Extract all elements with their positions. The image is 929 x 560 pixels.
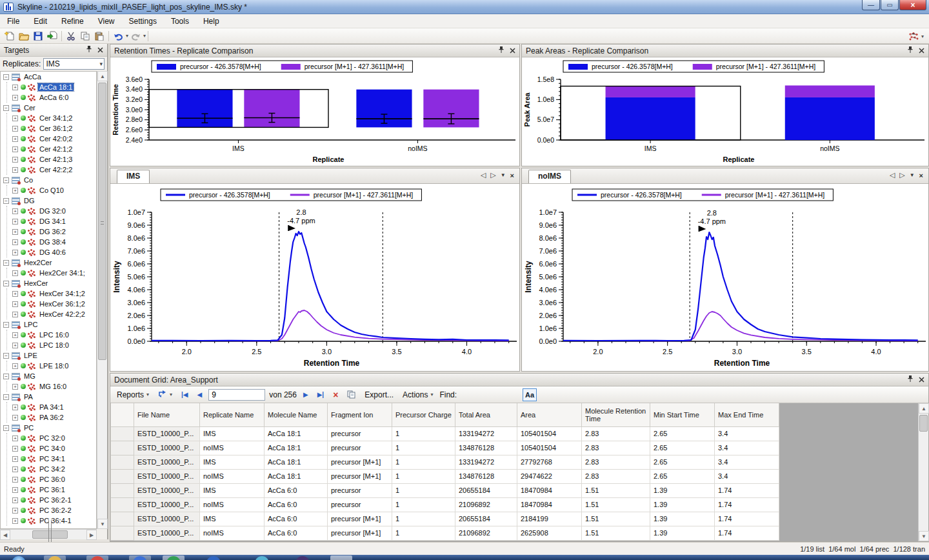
table-cell[interactable]: 1.74 <box>715 497 779 512</box>
table-cell[interactable]: 1.51 <box>582 512 650 526</box>
expand-icon[interactable]: + <box>12 188 18 194</box>
close-button[interactable]: × <box>899 0 926 10</box>
tree-item[interactable]: +DG 40:6 <box>7 247 96 257</box>
last-page-button[interactable]: ▶| <box>315 390 327 399</box>
table-cell[interactable]: 134876128 <box>455 469 517 483</box>
table-row[interactable]: ESTD_10000_P...IMSAcCa 18:1precursor [M+… <box>111 455 779 469</box>
tree-group[interactable]: −DG <box>1 195 96 206</box>
expand-icon[interactable]: + <box>12 157 18 163</box>
table-cell[interactable]: 105401504 <box>517 426 582 441</box>
tree-item[interactable]: +Cer 42:2;2 <box>7 165 96 175</box>
tree-item[interactable]: +PC 36:2-2 <box>7 505 96 515</box>
table-cell[interactable]: 27792768 <box>517 455 582 469</box>
expand-icon[interactable]: + <box>12 95 18 101</box>
expand-icon[interactable]: + <box>12 85 18 90</box>
copy-icon[interactable] <box>78 30 92 43</box>
tree-item[interactable]: +MG 16:0 <box>7 381 96 392</box>
tree-item[interactable]: +Cer 42:0;2 <box>7 134 96 144</box>
table-cell[interactable]: 2625908 <box>517 526 582 540</box>
scroll-up-icon[interactable]: ▲ <box>919 403 929 414</box>
tree-item[interactable]: +PC 36:0 <box>7 474 96 485</box>
save-icon[interactable] <box>31 30 45 43</box>
table-cell[interactable]: AcCa 6:0 <box>265 497 328 512</box>
tree-item[interactable]: +PC 34:1 <box>7 454 96 464</box>
table-cell[interactable]: 2.65 <box>650 426 715 441</box>
match-case-button[interactable]: Aa <box>523 388 537 401</box>
targets-tree[interactable]: −AcCa+AcCa 18:1+AcCa 6:0−Cer+Cer 34:1;2+… <box>0 71 97 529</box>
scroll-left-icon[interactable]: ◀ <box>0 530 10 540</box>
table-cell[interactable]: precursor [M+1] <box>328 469 392 483</box>
tree-item[interactable]: +PC 36:4-1 <box>7 515 96 526</box>
export-button[interactable]: Export... <box>362 389 396 401</box>
row-header[interactable] <box>111 512 134 526</box>
expand-icon[interactable]: + <box>12 477 18 483</box>
tree-group[interactable]: −LPC <box>1 319 96 330</box>
targets-horizontal-scrollbar[interactable]: ◀ ▶ <box>0 529 97 539</box>
collapse-icon[interactable]: − <box>3 353 9 359</box>
table-cell[interactable]: 3.4 <box>715 426 779 441</box>
row-header[interactable] <box>111 426 134 441</box>
replicates-select[interactable]: IMS <box>43 58 105 70</box>
redo-dropdown[interactable]: ▾ <box>143 33 146 39</box>
collapse-icon[interactable]: − <box>3 74 9 80</box>
table-cell[interactable]: 1.51 <box>582 497 650 512</box>
tree-item[interactable]: +Hex2Cer 34:1; <box>7 268 96 278</box>
table-cell[interactable]: precursor [M+1] <box>328 455 392 469</box>
tree-item[interactable]: +DG 36:2 <box>7 226 96 237</box>
noims-chromatogram-chart[interactable]: 0.0e01.0e62.0e63.0e64.0e65.0e66.0e67.0e6… <box>522 184 928 371</box>
taskbar-icon[interactable] <box>255 556 269 560</box>
row-header[interactable] <box>111 455 134 469</box>
menu-item-settings[interactable]: Settings <box>122 15 164 28</box>
expand-icon[interactable]: + <box>12 508 18 514</box>
table-cell[interactable]: 1 <box>392 526 455 540</box>
table-cell[interactable]: 2.65 <box>650 455 715 469</box>
next-chart-icon[interactable]: ▷ <box>490 171 495 179</box>
expand-icon[interactable]: + <box>12 456 18 462</box>
table-cell[interactable]: 1 <box>392 441 455 455</box>
prev-chart-icon[interactable]: ◁ <box>481 171 486 179</box>
table-cell[interactable]: 2.83 <box>582 469 650 483</box>
tree-group[interactable]: −AcCa <box>1 72 96 82</box>
expand-icon[interactable]: + <box>12 229 18 235</box>
table-cell[interactable]: IMS <box>200 483 265 497</box>
tree-group[interactable]: −MG <box>1 371 96 381</box>
table-cell[interactable]: 21096892 <box>455 497 517 512</box>
column-header[interactable]: Fragment Ion <box>328 403 392 426</box>
tree-item[interactable]: +PC 32:0 <box>7 433 96 443</box>
close-icon[interactable]: × <box>919 172 923 179</box>
table-cell[interactable]: 1 <box>392 469 455 483</box>
table-cell[interactable]: 1 <box>392 426 455 441</box>
table-cell[interactable]: 3.4 <box>715 469 779 483</box>
tree-item[interactable]: +PA 34:1 <box>7 402 96 412</box>
expand-icon[interactable]: + <box>12 405 18 410</box>
collapse-icon[interactable]: − <box>3 394 9 400</box>
tree-item[interactable]: +Cer 42:1;3 <box>7 154 96 165</box>
table-cell[interactable]: 1.74 <box>715 483 779 497</box>
table-cell[interactable]: ESTD_10000_P... <box>134 426 200 441</box>
start-orb-icon[interactable] <box>12 556 26 560</box>
tree-item[interactable]: +PC 34:2 <box>7 464 96 474</box>
first-page-button[interactable]: |◀ <box>179 390 191 399</box>
tree-item[interactable]: +Cer 42:1;2 <box>7 144 96 154</box>
expand-icon[interactable]: + <box>12 239 18 245</box>
column-header[interactable]: File Name <box>134 403 200 426</box>
expand-icon[interactable]: + <box>12 487 18 493</box>
ims-chromatogram-chart[interactable]: 0.0e01.0e62.0e63.0e64.0e65.0e66.0e67.0e6… <box>110 184 519 371</box>
column-header[interactable]: Molecule Name <box>265 403 328 426</box>
table-cell[interactable]: 134876128 <box>455 441 517 455</box>
table-cell[interactable]: 18470984 <box>517 483 582 497</box>
taskbar-icon[interactable] <box>295 556 310 560</box>
expand-icon[interactable]: + <box>12 146 18 152</box>
row-header[interactable] <box>111 526 134 540</box>
tree-group[interactable]: −Cer <box>1 103 96 113</box>
table-cell[interactable]: 3.4 <box>715 441 779 455</box>
menu-item-view[interactable]: View <box>91 15 122 28</box>
tree-item[interactable]: +DG 34:1 <box>7 216 96 226</box>
pivot-button[interactable]: ▾ <box>155 389 175 400</box>
reports-button[interactable]: Reports▾ <box>114 389 152 401</box>
table-cell[interactable]: ESTD_10000_P... <box>134 455 200 469</box>
table-cell[interactable]: noIMS <box>200 526 265 540</box>
table-cell[interactable]: 1 <box>392 483 455 497</box>
table-cell[interactable]: 2.65 <box>650 441 715 455</box>
delete-button[interactable]: × <box>330 388 341 401</box>
